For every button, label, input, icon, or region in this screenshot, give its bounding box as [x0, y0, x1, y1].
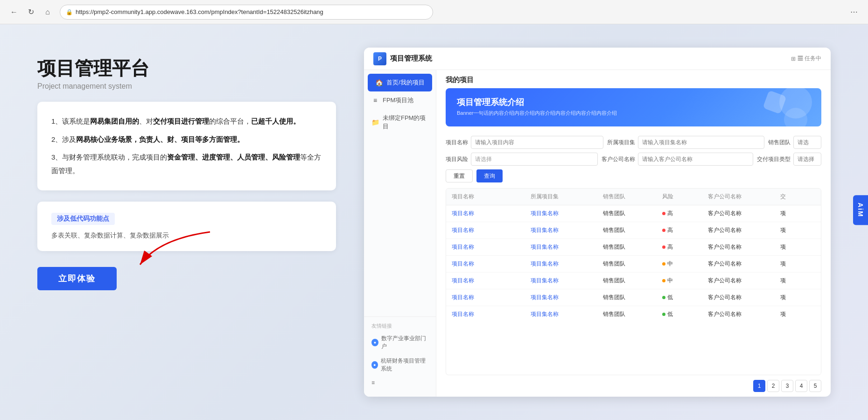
- search-button[interactable]: 查询: [476, 169, 503, 182]
- page-btn-1[interactable]: 1: [753, 380, 765, 392]
- cell-sales: 销售团队: [597, 205, 657, 222]
- cell-project-name[interactable]: 项目名称: [446, 289, 525, 306]
- customer-name-input[interactable]: [638, 153, 754, 166]
- project-risk-select[interactable]: 请选择 高 中 低: [471, 153, 598, 166]
- cell-parent[interactable]: 项目集名称: [525, 222, 597, 238]
- sidebar-item-fpm[interactable]: ≡ FPM项目池: [364, 91, 436, 109]
- address-bar[interactable]: 🔒 https://pmp2-community1.app.codewave.1…: [60, 5, 433, 20]
- cell-risk: 高: [657, 205, 703, 222]
- app-sidebar: 🏠 首页/我的项目 ≡ FPM项目池 📁 未绑定FPM的项目 友情链接 ● 数字…: [364, 70, 436, 397]
- lock-icon: 🔒: [66, 9, 73, 15]
- info-item-2: 2、涉及网易核心业务场景，负责人、财、项目等多方面管理。: [51, 133, 322, 147]
- project-risk-label: 项目风险: [446, 155, 468, 163]
- feature-card: 涉及低代码功能点 多表关联、复杂数据计算、复杂数据展示: [37, 202, 336, 251]
- left-panel: 项目管理平台 Project management system 1、该系统是网…: [37, 48, 336, 397]
- sidebar-more-icon[interactable]: ≡: [364, 376, 436, 389]
- sidebar-item-home[interactable]: 🏠 首页/我的项目: [368, 74, 432, 91]
- back-button[interactable]: ←: [7, 6, 21, 19]
- cell-extra: 项: [775, 289, 821, 306]
- main-title: 项目管理平台: [37, 57, 336, 79]
- risk-text: 低: [667, 294, 673, 301]
- banner-desc: Banner一句话的内容介绍内容介绍内容介绍内容介绍内容介绍内容介绍: [457, 110, 810, 117]
- project-type-label: 交付项目类型: [757, 155, 791, 163]
- cell-parent[interactable]: 项目集名称: [525, 256, 597, 272]
- cell-parent[interactable]: 项目集名称: [525, 205, 597, 222]
- cell-customer: 客户公司名称: [702, 256, 775, 272]
- aim-badge[interactable]: AiM: [853, 195, 868, 225]
- risk-text: 高: [667, 210, 673, 217]
- cell-customer: 客户公司名称: [702, 239, 775, 255]
- page-btn-4[interactable]: 4: [795, 380, 807, 392]
- parent-project-input[interactable]: [638, 136, 765, 149]
- cell-risk: 高: [657, 239, 703, 255]
- cell-parent[interactable]: 项目集名称: [525, 289, 597, 306]
- th-extra: 交: [775, 189, 821, 205]
- reset-button[interactable]: 重置: [446, 169, 473, 182]
- task-center-label: ☰ 任务中: [798, 55, 821, 63]
- cell-risk: 中: [657, 256, 703, 272]
- external-links-label: 友情链接: [364, 321, 436, 331]
- experience-button[interactable]: 立即体验: [37, 267, 117, 290]
- sidebar-item-unbound-label: 未绑定FPM的项目: [383, 114, 428, 131]
- sidebar-item-home-label: 首页/我的项目: [386, 78, 425, 87]
- folder-icon: 📁: [371, 119, 379, 126]
- home-button[interactable]: ⌂: [41, 6, 54, 19]
- page-background: 项目管理平台 Project management system 1、该系统是网…: [0, 24, 868, 420]
- th-customer: 客户公司名称: [702, 189, 775, 205]
- cell-extra: 项: [775, 239, 821, 255]
- action-area: 立即体验: [37, 267, 336, 290]
- form-buttons: 重置 查询: [446, 169, 821, 182]
- browser-chrome: ← ↻ ⌂ 🔒 https://pmp2-community1.app.code…: [0, 0, 868, 24]
- home-icon: 🏠: [375, 79, 383, 86]
- cell-parent[interactable]: 项目集名称: [525, 306, 597, 322]
- sales-team-label: 销售团队: [768, 139, 791, 147]
- project-type-input[interactable]: [793, 153, 821, 166]
- feature-tag: 涉及低代码功能点: [51, 213, 115, 225]
- table-row: 项目名称 项目集名称 销售团队 高 客户公司名称 项: [446, 205, 821, 222]
- cell-extra: 项: [775, 205, 821, 222]
- cell-project-name[interactable]: 项目名称: [446, 256, 525, 272]
- section-header: 我的项目: [436, 70, 831, 88]
- risk-dot: [662, 229, 665, 232]
- page-btn-5[interactable]: 5: [809, 380, 821, 392]
- search-form-row2: 项目风险 请选择 高 中 低 客户公司名称 交付项目类型: [446, 153, 821, 166]
- project-name-label: 项目名称: [446, 139, 468, 147]
- cell-project-name[interactable]: 项目名称: [446, 306, 525, 322]
- cell-sales: 销售团队: [597, 289, 657, 306]
- sidebar-item-fpm-label: FPM项目池: [383, 96, 413, 105]
- cell-project-name[interactable]: 项目名称: [446, 239, 525, 255]
- nav-buttons: ← ↻ ⌂: [7, 6, 54, 19]
- risk-dot: [662, 245, 665, 249]
- page-btn-3[interactable]: 3: [781, 380, 793, 392]
- cell-parent[interactable]: 项目集名称: [525, 273, 597, 289]
- extensions-button[interactable]: ⋯: [847, 6, 861, 19]
- page-btn-2[interactable]: 2: [767, 380, 779, 392]
- project-type-field: 交付项目类型: [757, 153, 821, 166]
- project-name-input[interactable]: [471, 136, 603, 149]
- risk-dot: [662, 279, 665, 282]
- sidebar-link-digital[interactable]: ● 数字产业事业部门户: [364, 331, 436, 354]
- table-row: 项目名称 项目集名称 销售团队 中 客户公司名称 项: [446, 273, 821, 289]
- cell-risk: 中: [657, 273, 703, 289]
- cell-extra: 项: [775, 273, 821, 289]
- sidebar-item-unbound[interactable]: 📁 未绑定FPM的项目: [364, 109, 436, 135]
- risk-dot: [662, 212, 665, 215]
- main-subtitle: Project management system: [37, 82, 336, 91]
- task-center-link[interactable]: ⊞ ☰ 任务中: [791, 55, 821, 63]
- cell-customer: 客户公司名称: [702, 222, 775, 238]
- sidebar-link-finance[interactable]: ● 杭研财务项目管理系统: [364, 354, 436, 376]
- cell-project-name[interactable]: 项目名称: [446, 273, 525, 289]
- search-form-row1: 项目名称 所属项目集 销售团队: [446, 136, 821, 149]
- sales-team-input[interactable]: [793, 136, 821, 149]
- banner-title: 项目管理系统介绍: [457, 97, 810, 108]
- customer-name-label: 客户公司名称: [602, 155, 635, 163]
- cell-project-name[interactable]: 项目名称: [446, 222, 525, 238]
- info-item-1: 1、该系统是网易集团自用的、对交付项目进行管理的综合平台，已超千人使用。: [51, 115, 322, 128]
- refresh-button[interactable]: ↻: [24, 6, 37, 19]
- risk-dot: [662, 262, 665, 266]
- cell-project-name[interactable]: 项目名称: [446, 205, 525, 222]
- list-icon: ≡: [371, 97, 379, 104]
- more-icon: ≡: [371, 379, 375, 386]
- app-title: 项目管理系统: [390, 54, 432, 63]
- cell-parent[interactable]: 项目集名称: [525, 239, 597, 255]
